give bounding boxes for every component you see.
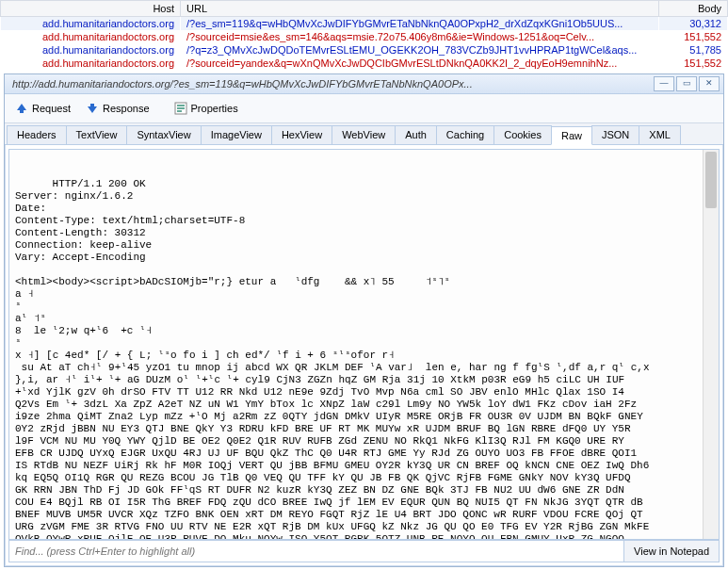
request-label: Request <box>32 103 71 114</box>
svg-rect-1 <box>177 105 185 106</box>
svg-rect-2 <box>177 107 185 109</box>
tab-hexview[interactable]: HexView <box>271 125 332 144</box>
raw-view[interactable]: HTTP/1.1 200 OK Server: nginx/1.6.2 Date… <box>8 149 720 540</box>
find-bar: View in Notepad <box>8 540 720 562</box>
view-in-notepad-button[interactable]: View in Notepad <box>623 541 719 562</box>
properties-label: Properties <box>191 103 238 114</box>
col-host[interactable]: Host <box>1 1 181 17</box>
scrollbar[interactable] <box>703 150 719 539</box>
sessions-table: Host URL Body add.humanitariandoctors.or… <box>0 0 728 70</box>
inspector-window: http://add.humanitariandoctors.org/?es_s… <box>4 73 724 567</box>
tab-syntaxview[interactable]: SyntaxView <box>126 125 201 144</box>
scroll-thumb[interactable] <box>705 152 717 208</box>
tab-webview[interactable]: WebView <box>332 125 396 144</box>
session-row[interactable]: add.humanitariandoctors.org/?es_sm=119&q… <box>1 17 728 31</box>
session-row[interactable]: add.humanitariandoctors.org/?sourceid=ya… <box>1 57 728 70</box>
col-body[interactable]: Body <box>659 1 728 17</box>
inspector-toolbar: Request Response Properties <box>5 94 723 123</box>
session-row[interactable]: add.humanitariandoctors.org/?sourceid=ms… <box>1 30 728 43</box>
tab-headers[interactable]: Headers <box>7 125 67 144</box>
col-url[interactable]: URL <box>181 1 659 17</box>
inspector-titlebar: http://add.humanitariandoctors.org/?es_s… <box>5 74 723 94</box>
tab-json[interactable]: JSON <box>591 125 639 144</box>
tab-caching[interactable]: Caching <box>436 125 494 144</box>
close-button[interactable]: ✕ <box>699 76 720 91</box>
raw-headers: HTTP/1.1 200 OK Server: nginx/1.6.2 Date… <box>15 178 245 263</box>
inspector-tabs: HeadersTextViewSyntaxViewImageViewHexVie… <box>5 123 723 145</box>
raw-body: <html><body><script>bADcSIOMjb="r;} etur… <box>15 276 655 540</box>
inspector-url: http://add.humanitariandoctors.org/?es_s… <box>5 78 650 90</box>
tab-textview[interactable]: TextView <box>66 125 128 144</box>
tab-auth[interactable]: Auth <box>395 125 437 144</box>
find-input[interactable] <box>9 541 623 562</box>
tab-cookies[interactable]: Cookies <box>493 125 552 144</box>
response-label: Response <box>103 103 150 114</box>
request-button[interactable]: Request <box>8 99 77 118</box>
tab-xml[interactable]: XML <box>639 125 681 144</box>
arrow-up-icon <box>15 102 28 115</box>
tab-imageview[interactable]: ImageView <box>201 125 272 144</box>
maximize-button[interactable]: ▭ <box>676 76 697 91</box>
properties-button[interactable]: Properties <box>168 99 245 118</box>
session-row[interactable]: add.humanitariandoctors.org/?q=z3_QMvXcJ… <box>1 43 728 57</box>
inspector-content: HTTP/1.1 200 OK Server: nginx/1.6.2 Date… <box>5 145 723 566</box>
svg-rect-3 <box>177 110 182 112</box>
arrow-down-icon <box>86 102 99 115</box>
properties-icon <box>174 102 187 115</box>
response-button[interactable]: Response <box>79 99 156 118</box>
minimize-button[interactable]: — <box>654 76 674 91</box>
tab-raw[interactable]: Raw <box>551 126 592 145</box>
